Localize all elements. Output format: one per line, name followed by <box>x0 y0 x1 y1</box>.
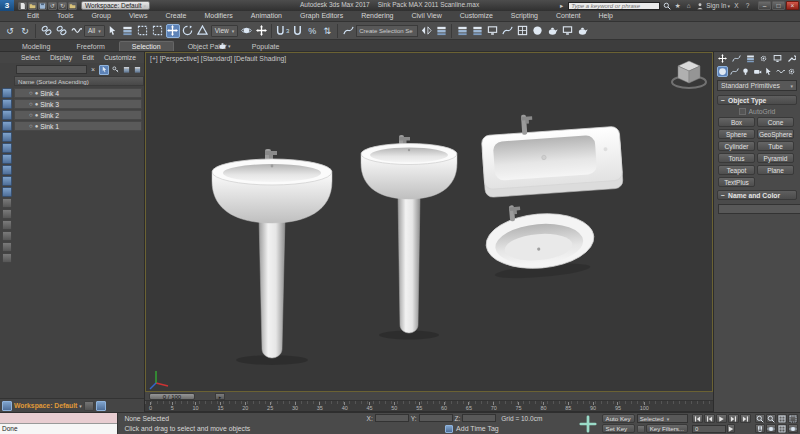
create-tab-icon[interactable] <box>717 53 728 64</box>
menu-item[interactable]: Help <box>590 11 622 21</box>
schematic-view-icon[interactable] <box>515 24 529 38</box>
play-button[interactable] <box>716 414 727 423</box>
freeze-toggle-icon[interactable]: ● <box>35 123 39 129</box>
help-icon[interactable]: ? <box>743 2 752 10</box>
zoom-region-icon[interactable] <box>788 414 798 423</box>
select-filter-icon[interactable] <box>99 65 109 75</box>
selection-filter-dropdown[interactable]: All ▾ <box>84 25 105 37</box>
undo-icon[interactable]: ↺ <box>3 24 17 38</box>
render-production-icon[interactable] <box>575 24 589 38</box>
explorer-filter-icon[interactable] <box>2 154 12 164</box>
add-time-tag-label[interactable]: Add Time Tag <box>456 425 499 432</box>
bind-to-space-warp-icon[interactable] <box>69 24 83 38</box>
ribbon-config-icon[interactable]: ▾ <box>218 41 231 51</box>
systems-category-icon[interactable] <box>786 66 797 77</box>
3ds-max-logo-icon[interactable]: 3 <box>0 0 14 11</box>
rendered-frame-window-icon[interactable] <box>560 24 574 38</box>
explorer-filter-icon[interactable] <box>2 110 12 120</box>
window-crossing-icon[interactable] <box>151 24 165 38</box>
toggle-scene-explorer-icon[interactable] <box>455 24 469 38</box>
freeze-toggle-icon[interactable]: ● <box>35 90 39 96</box>
current-frame-field[interactable] <box>692 425 726 433</box>
lock-explorer-icon[interactable] <box>110 65 120 75</box>
time-tag-icon[interactable] <box>445 425 453 433</box>
sink-3-object[interactable] <box>480 108 623 197</box>
maxscript-mini-listener[interactable]: Done <box>0 413 118 434</box>
restore-button[interactable]: □ <box>772 1 785 10</box>
go-to-start-button[interactable] <box>692 414 703 423</box>
cameras-category-icon[interactable] <box>752 66 763 77</box>
reference-coordinate-system-dropdown[interactable]: View ▾ <box>211 25 239 37</box>
name-color-rollout-header[interactable]: − Name and Color <box>717 190 797 200</box>
menu-item[interactable]: Views <box>120 11 157 21</box>
select-object-icon[interactable] <box>106 24 120 38</box>
angle-snap-icon[interactable] <box>290 24 304 38</box>
explorer-menu-item[interactable]: Display <box>45 54 77 61</box>
align-icon[interactable] <box>434 24 448 38</box>
menu-item[interactable]: Civil View <box>402 11 450 21</box>
select-and-scale-icon[interactable] <box>196 24 210 38</box>
menu-item[interactable]: Create <box>156 11 195 21</box>
mirror-icon[interactable] <box>419 24 433 38</box>
ribbon-tab[interactable]: Selection <box>119 41 174 51</box>
exchange-apps-icon[interactable]: X <box>732 2 741 10</box>
settings-icon[interactable] <box>132 65 142 75</box>
autogrid-checkbox[interactable] <box>739 108 746 115</box>
explorer-filter-icon[interactable] <box>2 198 12 208</box>
search-toggle-icon[interactable]: ▸ <box>557 2 566 10</box>
pick-parent-icon[interactable] <box>121 65 131 75</box>
object-type-rollout-header[interactable]: − Object Type <box>717 95 797 105</box>
rectangular-selection-region-icon[interactable] <box>136 24 150 38</box>
frame-spinner-up-icon[interactable] <box>727 424 735 433</box>
explorer-column-header[interactable]: Name (Sorted Ascending) <box>14 76 144 86</box>
gear-icon[interactable] <box>84 401 94 411</box>
primitive-button[interactable]: Box <box>718 117 755 127</box>
percent-snap-icon[interactable]: % <box>305 24 319 38</box>
freeze-toggle-icon[interactable]: ● <box>35 101 39 107</box>
next-frame-button[interactable] <box>728 414 739 423</box>
perspective-viewport[interactable]: [+] [Perspective] [Standard] [Default Sh… <box>145 52 713 392</box>
hierarchy-tab-icon[interactable] <box>745 53 756 64</box>
explorer-filter-icon[interactable] <box>2 242 12 252</box>
explorer-object-row[interactable]: ○ ● Sink 3 <box>14 99 142 109</box>
y-coordinate-field[interactable] <box>419 414 453 422</box>
toggle-ribbon-icon[interactable] <box>485 24 499 38</box>
primitive-button[interactable]: Pyramid <box>757 153 794 163</box>
select-and-manipulate-icon[interactable] <box>254 24 268 38</box>
undo-icon[interactable]: ↺ <box>48 2 57 10</box>
explorer-object-row[interactable]: ○ ● Sink 1 <box>14 121 142 131</box>
redo-icon[interactable]: ↻ <box>18 24 32 38</box>
use-pivot-point-icon[interactable] <box>239 24 253 38</box>
display-tab-icon[interactable] <box>772 53 783 64</box>
explorer-filter-icon[interactable] <box>2 209 12 219</box>
explorer-filter-icon[interactable] <box>2 187 12 197</box>
selection-lock-toggle[interactable] <box>577 413 599 434</box>
redo-icon[interactable]: ↻ <box>58 2 67 10</box>
select-and-rotate-icon[interactable] <box>181 24 195 38</box>
primitive-button[interactable]: Tube <box>757 141 794 151</box>
explorer-filter-icon[interactable] <box>2 231 12 241</box>
render-setup-icon[interactable] <box>545 24 559 38</box>
menu-item[interactable]: Content <box>547 11 590 21</box>
primitive-button[interactable]: GeoSphere <box>757 129 794 139</box>
primitive-button[interactable]: Plane <box>757 165 794 175</box>
orbit-icon[interactable] <box>766 424 776 433</box>
primitive-button[interactable]: Torus <box>718 153 755 163</box>
maximize-viewport-toggle-icon[interactable] <box>777 424 787 433</box>
hide-toggle-icon[interactable]: ○ <box>29 112 33 118</box>
object-category-dropdown[interactable]: Standard Primitives ▾ <box>717 80 797 91</box>
key-icon[interactable] <box>637 425 645 433</box>
z-coordinate-field[interactable] <box>462 414 496 422</box>
chevron-down-icon[interactable]: ▾ <box>79 403 82 409</box>
object-name-field[interactable] <box>718 204 800 214</box>
spinner-snap-icon[interactable]: ⇅ <box>320 24 334 38</box>
named-selection-sets-field[interactable] <box>356 25 418 37</box>
zoom-all-icon[interactable] <box>766 414 776 423</box>
x-coordinate-field[interactable] <box>375 414 409 422</box>
explorer-object-row[interactable]: ○ ● Sink 2 <box>14 110 142 120</box>
time-slider-handle[interactable]: 0 / 100 <box>149 393 195 400</box>
menu-item[interactable]: Modifiers <box>195 11 241 21</box>
search-icon[interactable] <box>662 2 671 10</box>
primitive-button[interactable]: TextPlus <box>718 177 755 187</box>
snaps-toggle-icon[interactable]: 3 <box>275 24 289 38</box>
